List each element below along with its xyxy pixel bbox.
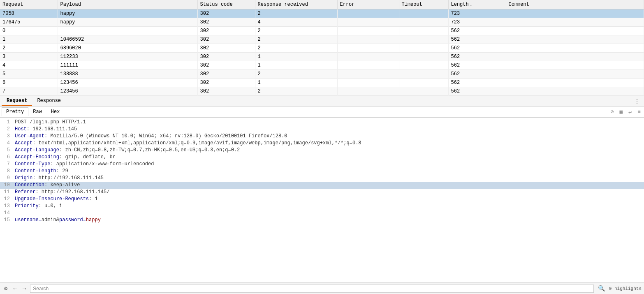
cell-response: 1 — [255, 53, 337, 61]
cell-status: 302 — [197, 79, 255, 87]
cell-length: 562 — [448, 70, 506, 79]
cell-response: 1 — [255, 61, 337, 70]
line-content: User-Agent: Mozilla/5.0 (Windows NT 10.0… — [13, 133, 644, 140]
cell-error — [337, 44, 399, 53]
cell-error — [337, 9, 399, 18]
cell-length: 562 — [448, 79, 506, 87]
table-row[interactable]: 31122333021562 — [0, 53, 644, 61]
back-icon[interactable]: ← — [12, 285, 18, 292]
table-header-row: Request Payload Status code Response rec… — [0, 0, 644, 9]
line-content: POST /login.php HTTP/1.1 — [13, 119, 644, 126]
cell-payload: 123456 — [58, 79, 197, 87]
highlights-badge: 0 highlights — [609, 286, 642, 291]
cell-error — [337, 18, 399, 27]
table-row[interactable]: 268960203022562 — [0, 44, 644, 53]
cell-request: 7058 — [0, 9, 58, 18]
cell-request: 2 — [0, 44, 58, 53]
table-row[interactable]: 71234563022562 — [0, 87, 644, 96]
table-row[interactable]: 61234563021562 — [0, 79, 644, 87]
cell-length: 562 — [448, 53, 506, 61]
subtab-pretty[interactable]: Pretty — [2, 107, 28, 116]
code-line: 9Origin: http://192.168.111.145 — [0, 175, 644, 182]
line-number: 10 — [0, 182, 13, 189]
line-number: 9 — [0, 175, 13, 182]
table-row[interactable]: 1104665923022562 — [0, 35, 644, 44]
code-line: 5Accept-Language: zh-CN,zh;q=0.8,zh-TW;q… — [0, 147, 644, 154]
cell-comment — [506, 27, 644, 35]
cell-request: 3 — [0, 53, 58, 61]
subtab-hex[interactable]: Hex — [46, 107, 65, 116]
code-line: 8Content-Length: 29 — [0, 168, 644, 175]
cell-status: 302 — [197, 44, 255, 53]
line-content: Origin: http://192.168.111.145 — [13, 175, 644, 182]
code-line: 1POST /login.php HTTP/1.1 — [0, 119, 644, 126]
line-content: Connection: keep-alive — [13, 182, 644, 189]
cell-request: 6 — [0, 79, 58, 87]
tab-response[interactable]: Response — [32, 96, 66, 106]
tabs-more-icon[interactable]: ⋮ — [632, 97, 642, 106]
line-content: Host: 192.168.111.145 — [13, 126, 644, 133]
cell-request: 176475 — [0, 18, 58, 27]
subtab-raw[interactable]: Raw — [28, 107, 46, 116]
line-number: 2 — [0, 126, 13, 133]
line-number: 13 — [0, 203, 13, 210]
subtabs-right: ⊘ ▦ ↵ ≡ — [609, 108, 642, 116]
cell-length: 562 — [448, 35, 506, 44]
cell-comment — [506, 9, 644, 18]
cell-error — [337, 35, 399, 44]
cell-error — [337, 61, 399, 70]
table-row[interactable]: 7058happy3022723 — [0, 9, 644, 18]
cell-payload: 10466592 — [58, 35, 197, 44]
col-header-status[interactable]: Status code — [197, 0, 255, 9]
cell-request: 5 — [0, 70, 58, 79]
col-header-request[interactable]: Request — [0, 0, 58, 9]
cell-comment — [506, 35, 644, 44]
cell-length: 723 — [448, 18, 506, 27]
code-line: 6Accept-Encoding: gzip, deflate, br — [0, 154, 644, 161]
cell-payload: 112233 — [58, 53, 197, 61]
line-content: Upgrade-Insecure-Requests: 1 — [13, 196, 644, 203]
col-header-timeout[interactable]: Timeout — [399, 0, 448, 9]
cell-status: 302 — [197, 35, 255, 44]
menu-icon[interactable]: ≡ — [636, 108, 642, 116]
cell-timeout — [399, 44, 448, 53]
table-row[interactable]: 176475happy3024723 — [0, 18, 644, 27]
cell-response: 1 — [255, 79, 337, 87]
table-icon[interactable]: ▦ — [618, 108, 625, 116]
cell-response: 4 — [255, 18, 337, 27]
cell-payload: happy — [58, 9, 197, 18]
line-content: Accept-Encoding: gzip, deflate, br — [13, 154, 644, 161]
cell-error — [337, 70, 399, 79]
cell-request: 7 — [0, 87, 58, 96]
search-input[interactable] — [30, 285, 594, 293]
code-line: 7Content-Type: application/x-www-form-ur… — [0, 161, 644, 168]
cell-comment — [506, 70, 644, 79]
tab-request[interactable]: Request — [2, 96, 32, 106]
col-header-comment[interactable]: Comment — [506, 0, 644, 9]
cell-status: 302 — [197, 87, 255, 96]
table-body: 7058happy3022723176475happy3024723030225… — [0, 9, 644, 96]
line-content — [13, 210, 644, 217]
search-icon[interactable]: 🔍 — [596, 285, 607, 292]
eye-off-icon[interactable]: ⊘ — [609, 108, 616, 116]
cell-length: 562 — [448, 87, 506, 96]
settings-icon[interactable]: ⚙ — [2, 285, 9, 292]
code-line: 15username=admin&password=happy — [0, 217, 644, 224]
col-header-response[interactable]: Response received — [255, 0, 337, 9]
cell-timeout — [399, 18, 448, 27]
cell-response: 2 — [255, 9, 337, 18]
cell-payload: 138888 — [58, 70, 197, 79]
col-header-length[interactable]: Length↓ — [448, 0, 506, 9]
col-header-payload[interactable]: Payload — [58, 0, 197, 9]
table-row[interactable]: 03022562 — [0, 27, 644, 35]
cell-request: 1 — [0, 35, 58, 44]
main-tabs-bar: Request Response ⋮ — [0, 96, 644, 106]
newline-icon[interactable]: ↵ — [627, 108, 633, 116]
col-header-error[interactable]: Error — [337, 0, 399, 9]
forward-icon[interactable]: → — [21, 285, 28, 292]
cell-response: 2 — [255, 87, 337, 96]
table-row[interactable]: 51388883022562 — [0, 70, 644, 79]
cell-payload: 123456 — [58, 87, 197, 96]
table-row[interactable]: 41111113021562 — [0, 61, 644, 70]
code-line: 4Accept: text/html,application/xhtml+xml… — [0, 140, 644, 147]
